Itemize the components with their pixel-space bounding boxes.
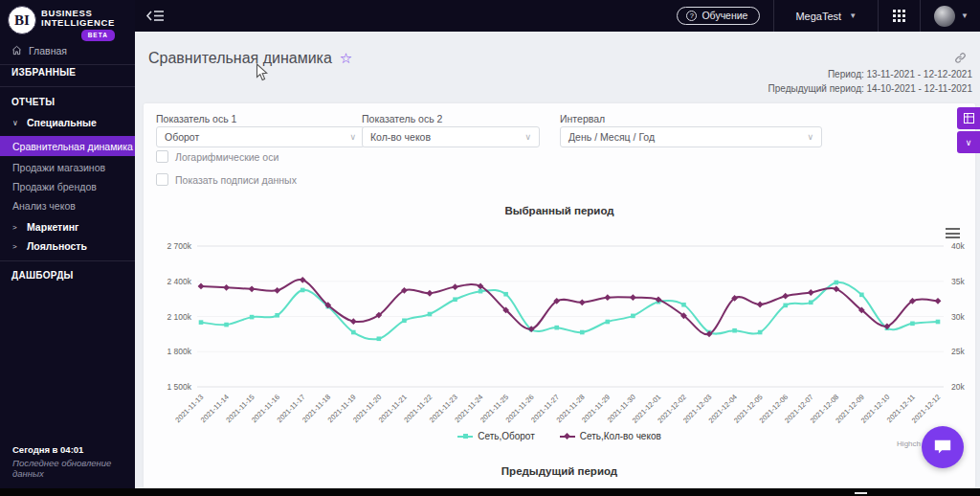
chevron-down-icon: ∨: [12, 119, 19, 127]
sidebar-item-label: Сравнительная динамика: [12, 141, 133, 152]
data-point[interactable]: [300, 277, 306, 283]
data-point[interactable]: [479, 289, 483, 294]
data-point[interactable]: [453, 297, 457, 302]
data-point[interactable]: [936, 320, 941, 325]
training-button-label: Обучение: [702, 10, 747, 21]
data-point[interactable]: [681, 303, 686, 307]
sidebar-item-receipt-analysis[interactable]: Анализ чеков: [0, 196, 135, 215]
sidebar-divider: [0, 86, 135, 87]
data-point[interactable]: [275, 313, 279, 318]
account-dropdown[interactable]: MegaTest ▼: [774, 0, 878, 32]
sidebar-group-special[interactable]: ∨ Специальные: [0, 117, 135, 128]
data-point[interactable]: [301, 288, 305, 293]
data-point[interactable]: [503, 292, 508, 297]
data-point[interactable]: [808, 289, 814, 296]
data-point[interactable]: [834, 281, 838, 285]
data-point[interactable]: [351, 330, 356, 335]
data-point[interactable]: [427, 290, 434, 297]
sidebar-item-comparative-dynamics[interactable]: Сравнительная динамика: [0, 136, 135, 156]
data-point[interactable]: [606, 320, 611, 325]
legend-item-receipts[interactable]: Сеть,Кол-во чеков: [560, 431, 661, 441]
chat-support-button[interactable]: [922, 426, 964, 468]
data-point[interactable]: [631, 314, 635, 319]
user-menu-button[interactable]: ▼: [921, 6, 980, 27]
sidebar-item-brand-sales[interactable]: Продажи брендов: [0, 177, 135, 196]
data-point[interactable]: [554, 326, 559, 330]
table-view-button[interactable]: [957, 107, 980, 129]
app-logo: BI BUSINESS INTELLIGENCE BETA: [0, 0, 135, 41]
data-point[interactable]: [809, 301, 813, 305]
log-axes-checkbox[interactable]: [156, 150, 168, 163]
y-axis-left-tick: 1 800k: [167, 347, 191, 356]
training-button[interactable]: ? Обучение: [677, 7, 760, 25]
sidebar-group-label: Маркетинг: [27, 221, 78, 233]
chevron-down-icon: ▼: [849, 11, 857, 20]
apps-grid-button[interactable]: [879, 10, 920, 22]
sidebar-divider: [0, 260, 135, 261]
data-point[interactable]: [452, 283, 458, 290]
data-point[interactable]: [274, 287, 280, 294]
data-labels-label: Показать подписи данных: [175, 174, 297, 186]
chart-title-previous-period: Предыдущий период: [144, 465, 975, 477]
data-point[interactable]: [604, 294, 611, 301]
data-point[interactable]: [732, 328, 737, 333]
data-point[interactable]: [198, 283, 205, 290]
data-point[interactable]: [859, 293, 864, 298]
data-point[interactable]: [199, 320, 204, 325]
data-point[interactable]: [935, 298, 942, 304]
sidebar-group-marketing[interactable]: > Маркетинг: [0, 221, 135, 233]
sidebar-divider: [0, 64, 135, 65]
legend-item-turnover[interactable]: Сеть,Оборот: [457, 431, 535, 441]
sidebar-item-home[interactable]: Главная: [0, 42, 135, 58]
data-point[interactable]: [910, 322, 915, 327]
interval-select[interactable]: День / Месяц / Год ∨: [560, 126, 822, 147]
data-point[interactable]: [579, 299, 586, 305]
series-line: [201, 282, 938, 340]
sidebar-section-reports: ОТЧЕТЫ: [11, 97, 55, 107]
sidebar-section-favorites: ИЗБРАННЫЕ: [11, 67, 76, 78]
favorite-star-button[interactable]: ☆: [340, 50, 352, 67]
collapse-panel-button[interactable]: ∨: [957, 131, 980, 153]
report-card: Показатель ось 1 Показатель ось 2 Интерв…: [144, 103, 975, 488]
data-labels-checkbox[interactable]: [156, 173, 168, 186]
data-point[interactable]: [833, 285, 839, 292]
y-axis-right-tick: 30k: [951, 312, 965, 322]
data-point[interactable]: [783, 304, 788, 308]
beta-badge: BETA: [81, 30, 115, 41]
share-link-icon[interactable]: [954, 51, 967, 68]
data-point[interactable]: [350, 318, 357, 325]
axis1-select[interactable]: Оборот ∨: [156, 126, 365, 147]
data-point[interactable]: [580, 330, 585, 335]
axis2-select[interactable]: Кол-во чеков ∨: [362, 126, 540, 147]
log-axes-option: Логарифмические оси: [156, 150, 278, 163]
chart-title-selected-period: Выбранный период: [144, 205, 975, 216]
data-point[interactable]: [249, 285, 256, 292]
sidebar-group-loyalty[interactable]: > Лояльность: [0, 240, 135, 252]
floating-panel-buttons: ∨: [957, 107, 980, 155]
bottom-bar-dash: [855, 492, 867, 494]
chart-context-menu-button[interactable]: [946, 228, 960, 238]
chevron-right-icon: >: [12, 242, 19, 251]
sidebar-item-store-sales[interactable]: Продажи магазинов: [0, 158, 135, 177]
data-point[interactable]: [377, 336, 382, 341]
log-axes-label: Логарифмические оси: [175, 151, 278, 163]
data-point[interactable]: [757, 302, 764, 308]
data-point[interactable]: [630, 294, 636, 301]
data-point[interactable]: [402, 318, 407, 323]
collapse-sidebar-icon[interactable]: [145, 9, 165, 23]
data-point[interactable]: [223, 284, 230, 291]
home-icon: [11, 45, 22, 56]
chevron-down-icon: ∨: [966, 138, 972, 147]
account-name: MegaTest: [795, 11, 841, 22]
data-point[interactable]: [428, 312, 433, 317]
sidebar-group-label: Специальные: [27, 117, 97, 128]
data-point[interactable]: [250, 315, 255, 320]
chevron-down-icon: ▼: [961, 11, 969, 20]
data-point[interactable]: [224, 323, 229, 327]
sidebar: BI BUSINESS INTELLIGENCE BETA Главная ИЗ…: [0, 0, 135, 488]
data-point[interactable]: [758, 330, 763, 335]
y-axis-left-tick: 1 500k: [167, 382, 191, 392]
selected-period-chart: 2 700k40k2 400k35k2 100k30k1 800k25k1 50…: [153, 225, 974, 431]
sidebar-item-label: Главная: [29, 45, 67, 56]
data-point[interactable]: [782, 293, 789, 300]
